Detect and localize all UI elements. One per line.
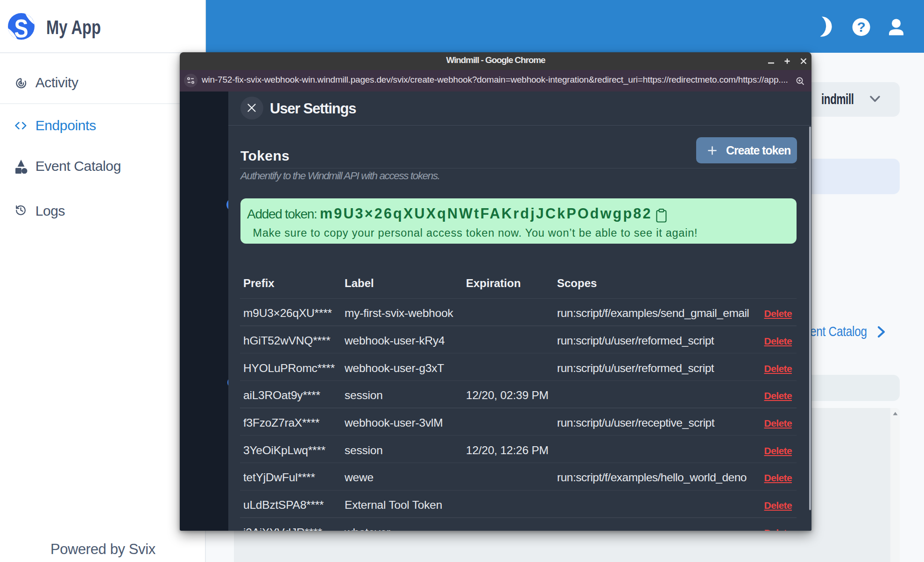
svg-text:S: S bbox=[14, 14, 28, 40]
svg-text:?: ? bbox=[857, 19, 865, 35]
